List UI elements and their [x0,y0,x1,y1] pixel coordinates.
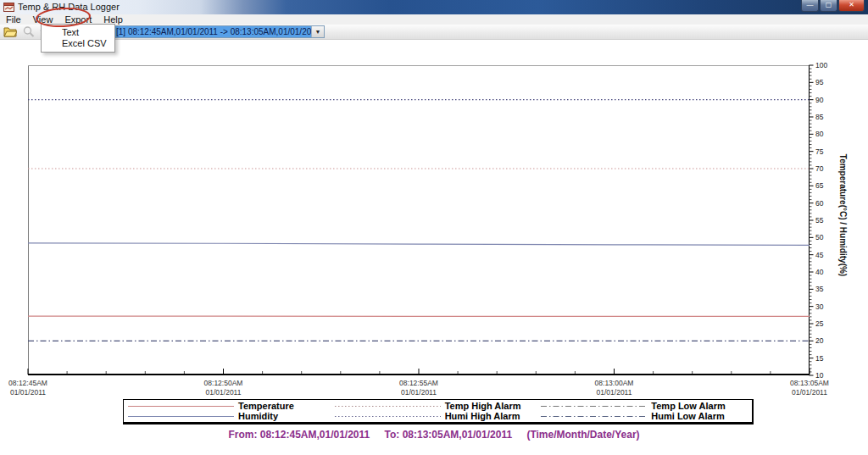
svg-text:25: 25 [815,319,824,328]
legend-entry: Temperature [128,401,335,411]
svg-text:08:13:00AM: 08:13:00AM [595,379,634,387]
chart: 1015202530354045505560657075808590951000… [28,65,810,375]
range-format: (Time/Month/Date/Year) [526,429,639,441]
svg-text:60: 60 [815,199,824,208]
record-selector-combo[interactable]: [1] 08:12:45AM,01/01/2011 -> 08:13:05AM,… [113,25,325,38]
svg-text:80: 80 [815,130,824,138]
svg-text:85: 85 [815,113,824,121]
svg-text:01/01/2011: 01/01/2011 [401,388,437,397]
range-status-text: From: 08:12:45AM,01/01/2011 To: 08:13:05… [0,429,868,441]
svg-text:100: 100 [815,61,827,69]
toolbar: [1] 08:12:45AM,01/01/2011 -> 08:13:05AM,… [0,25,868,40]
range-to: To: 08:13:05AM,01/01/2011 [385,429,513,441]
app-icon [3,2,14,13]
svg-text:01/01/2011: 01/01/2011 [206,388,242,397]
legend-label: Humi High Alarm [445,411,520,421]
legend-entry: Temp Low Alarm [541,401,748,411]
legend-entry: Humi Low Alarm [541,411,748,421]
combo-selected-text: [1] 08:12:45AM,01/01/2011 -> 08:13:05AM,… [114,26,311,37]
legend-line-sample [128,404,234,408]
svg-text:08:12:55AM: 08:12:55AM [399,379,438,387]
legend-line-sample [541,404,647,408]
svg-text:45: 45 [815,251,824,259]
svg-text:20: 20 [815,336,824,345]
svg-text:15: 15 [815,354,824,363]
svg-text:65: 65 [815,181,824,190]
legend-label: Humi Low Alarm [651,411,724,421]
legend-label: Temp Low Alarm [651,401,725,411]
legend-label: Temp High Alarm [445,401,521,411]
svg-text:01/01/2011: 01/01/2011 [597,388,632,397]
open-file-icon[interactable] [3,25,17,38]
svg-text:35: 35 [815,285,824,293]
export-menu-item-excel-csv[interactable]: Excel CSV [42,38,114,49]
zoom-out-icon[interactable] [22,25,36,38]
export-dropdown-menu: Text Excel CSV [41,24,115,53]
close-button[interactable]: ✕ [838,0,865,12]
svg-text:08:13:05AM: 08:13:05AM [790,379,829,387]
legend-entry: Humi High Alarm [335,411,542,421]
svg-text:95: 95 [815,78,824,86]
legend-line-sample [335,414,441,419]
svg-text:90: 90 [815,96,824,104]
window-controls: — ▢ ✕ [801,0,865,12]
legend-entry: Humidity [128,411,335,421]
minimize-button[interactable]: — [801,0,819,12]
menu-file[interactable]: File [0,14,27,25]
window-title: Temp & RH Data Logger [18,2,120,12]
svg-text:55: 55 [815,216,824,225]
range-from: From: 08:12:45AM,01/01/2011 [228,429,370,441]
svg-text:01/01/2011: 01/01/2011 [10,388,46,397]
svg-text:75: 75 [815,147,824,156]
svg-text:Temperature(°C) / Humidity(%): Temperature(°C) / Humidity(%) [838,154,848,276]
legend-entry: Temp High Alarm [335,401,542,411]
svg-text:01/01/2011: 01/01/2011 [792,388,827,397]
legend-line-sample [335,404,441,408]
legend-line-sample [128,414,234,419]
maximize-button[interactable]: ▢ [820,0,837,12]
legend-label: Temperature [238,401,294,411]
legend-label: Humidity [238,411,278,421]
svg-text:30: 30 [815,302,824,311]
svg-text:70: 70 [815,164,824,173]
app-window: Temp & RH Data Logger — ▢ ✕ File View Ex… [0,0,868,455]
export-menu-item-text[interactable]: Text [42,27,114,38]
svg-text:50: 50 [815,233,824,241]
svg-text:08:12:45AM: 08:12:45AM [8,379,47,387]
title-bar: Temp & RH Data Logger — ▢ ✕ [0,0,868,14]
menu-bar: File View Export Help [0,14,868,25]
combo-dropdown-arrow-icon[interactable]: ▼ [311,26,324,37]
legend-line-sample [541,414,647,419]
chart-legend: TemperatureTemp High AlarmTemp Low Alarm… [123,399,754,424]
svg-text:40: 40 [815,268,824,276]
svg-text:08:12:50AM: 08:12:50AM [204,379,243,387]
